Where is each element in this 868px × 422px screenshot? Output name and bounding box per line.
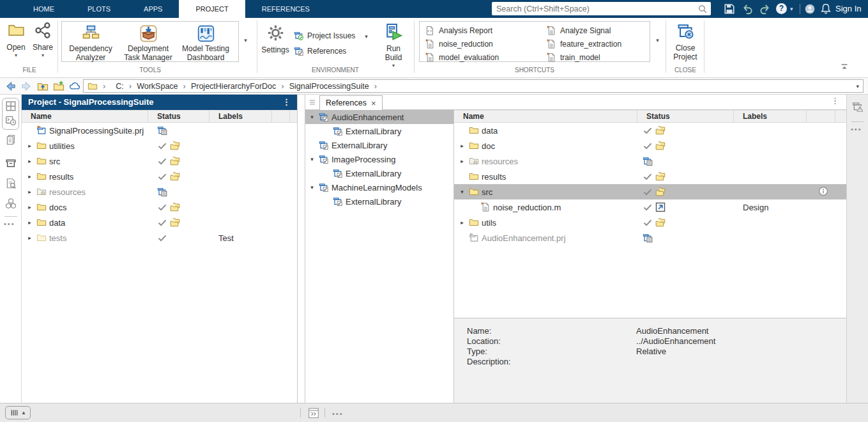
column-header[interactable] xyxy=(807,111,835,122)
notifications-bell-icon[interactable] xyxy=(820,3,832,15)
table-row[interactable]: ▸data xyxy=(22,215,297,230)
tab-home[interactable]: HOME xyxy=(17,0,71,18)
sign-in-link[interactable]: Sign In xyxy=(835,4,861,13)
profile-menu-icon[interactable] xyxy=(804,3,816,15)
collapse-ribbon-icon[interactable] xyxy=(839,61,849,72)
tool-button[interactable]: DeploymentTask Manager xyxy=(119,22,177,62)
document-kebab-icon[interactable]: ⋮ xyxy=(831,96,839,106)
column-header[interactable]: Labels xyxy=(734,111,807,122)
table-row[interactable]: SignalProcessingSuite.prj xyxy=(22,123,297,138)
tree-item[interactable]: ▾ImageProcessing xyxy=(305,152,453,166)
help-icon[interactable]: ? xyxy=(776,3,787,14)
project-box-icon[interactable] xyxy=(5,157,17,169)
expander-icon[interactable]: ▾ xyxy=(458,189,466,195)
tool-button[interactable]: Model TestingDashboard xyxy=(177,22,234,62)
forward-icon[interactable] xyxy=(20,81,32,92)
column-header[interactable]: Name xyxy=(454,111,637,122)
breadcrumb-segment[interactable]: C: xyxy=(116,82,124,91)
share-button[interactable]: Share ▾ xyxy=(31,22,55,58)
tab-plots[interactable]: PLOTS xyxy=(71,0,127,18)
tab-close-icon[interactable]: × xyxy=(371,98,376,108)
expander-icon[interactable]: ▸ xyxy=(458,219,466,226)
breadcrumb-segment[interactable]: ProjectHierarchyForDoc xyxy=(191,82,276,91)
table-row[interactable]: ▸results xyxy=(22,169,297,184)
tab-grip-icon[interactable] xyxy=(307,97,317,107)
column-header[interactable]: Status xyxy=(637,111,734,122)
right-strip-more-icon[interactable]: ••• xyxy=(851,125,862,133)
close-project-button[interactable]: Close Project xyxy=(669,22,701,61)
references-button[interactable]: References xyxy=(294,46,346,56)
project-panel-kebab-icon[interactable]: ⋮ xyxy=(282,95,291,110)
table-row[interactable]: noise_reduction.mDesign xyxy=(454,199,847,215)
breadcrumb-caret-icon[interactable]: ▾ xyxy=(856,83,859,90)
column-header[interactable]: Name xyxy=(22,111,148,122)
tree-item[interactable]: ExternalLibrary xyxy=(305,194,453,208)
table-row[interactable]: results xyxy=(454,169,847,184)
column-header[interactable]: Labels xyxy=(209,111,272,122)
tool-button[interactable]: DependencyAnalyzer xyxy=(62,22,119,62)
expander-icon[interactable]: ▸ xyxy=(26,158,34,164)
redo-icon[interactable] xyxy=(759,3,770,15)
shortcut-item[interactable]: train_model xyxy=(546,51,621,64)
expander-icon[interactable]: ▸ xyxy=(26,189,34,195)
tab-apps[interactable]: APPS xyxy=(127,0,179,18)
tab-references[interactable]: REFERENCES xyxy=(245,0,326,18)
table-row[interactable]: ▸testsTest xyxy=(22,230,297,246)
shortcut-item[interactable]: Analysis Report xyxy=(425,24,499,37)
minimized-panel-icon[interactable] xyxy=(308,407,319,419)
table-row[interactable]: ▸resources xyxy=(22,184,297,199)
run-build-button[interactable]: Run Build ▾ xyxy=(377,23,410,68)
table-row[interactable]: AudioEnhancement.prj xyxy=(454,230,847,246)
table-row[interactable]: ▸src xyxy=(22,153,297,169)
tree-item[interactable]: ▾MachineLearningModels xyxy=(305,180,453,194)
expander-icon[interactable]: ▸ xyxy=(26,235,34,241)
shortcut-item[interactable]: model_evaluation xyxy=(425,51,499,64)
new-folder-icon[interactable] xyxy=(53,81,65,92)
tree-item[interactable]: ▾AudioEnhancement xyxy=(305,110,453,124)
table-row[interactable]: ▾src xyxy=(454,184,847,199)
table-row[interactable]: ▸doc xyxy=(454,138,847,153)
help-caret-icon[interactable]: ▾ xyxy=(790,6,793,12)
tools-more-caret-icon[interactable]: ▾ xyxy=(241,37,250,43)
table-row[interactable]: data xyxy=(454,123,847,138)
dependencies-cubes-icon[interactable] xyxy=(5,198,17,209)
breadcrumb[interactable]: › C:›WorkSpace›ProjectHierarchyForDoc›Si… xyxy=(83,79,864,93)
info-icon[interactable] xyxy=(818,186,828,196)
breadcrumb-segment[interactable]: WorkSpace xyxy=(137,82,178,91)
tree-item[interactable]: ExternalLibrary xyxy=(305,124,453,138)
project-issues-button[interactable]: Project Issues xyxy=(294,31,355,41)
project-files-copies-icon[interactable] xyxy=(5,134,17,146)
tab-project[interactable]: PROJECT xyxy=(179,0,245,18)
table-row[interactable]: ▸utilities xyxy=(22,138,297,153)
undo-icon[interactable] xyxy=(742,3,754,15)
tree-item[interactable]: ExternalLibrary xyxy=(305,166,453,180)
search-input[interactable] xyxy=(492,4,697,13)
expander-icon[interactable]: ▸ xyxy=(458,158,466,164)
expander-icon[interactable]: ▸ xyxy=(26,173,34,180)
details-panel-toggle-button[interactable]: ▲ xyxy=(5,406,31,419)
tree-item[interactable]: ExternalLibrary xyxy=(305,138,453,152)
layout-grid-icon[interactable] xyxy=(5,100,17,112)
expander-icon[interactable]: ▸ xyxy=(26,219,34,226)
statusbar-more-icon[interactable]: ••• xyxy=(332,410,344,418)
expander-icon[interactable]: ▸ xyxy=(26,143,34,149)
expander-icon[interactable]: ▸ xyxy=(458,143,466,149)
back-icon[interactable] xyxy=(5,81,17,92)
table-row[interactable]: ▸docs xyxy=(22,199,297,215)
cloud-drive-icon[interactable] xyxy=(69,81,80,92)
expander-icon[interactable]: ▾ xyxy=(308,114,316,120)
expander-icon[interactable]: ▸ xyxy=(26,204,34,210)
label-editor-icon[interactable] xyxy=(852,101,864,113)
search-box[interactable] xyxy=(492,2,711,15)
table-row[interactable]: ▸utils xyxy=(454,215,847,230)
column-header[interactable]: Status xyxy=(148,111,209,122)
settings-button[interactable]: Settings xyxy=(261,24,290,54)
column-header[interactable] xyxy=(272,111,290,122)
open-button[interactable]: Open ▾ xyxy=(4,22,28,58)
left-strip-more-icon[interactable]: ••• xyxy=(4,220,15,228)
save-icon[interactable] xyxy=(724,3,735,15)
tab-references[interactable]: References × xyxy=(319,95,383,110)
project-issues-caret-icon[interactable]: ▾ xyxy=(362,33,371,40)
startup-shutdown-icon[interactable] xyxy=(5,114,17,126)
file-search-icon[interactable] xyxy=(5,178,17,189)
